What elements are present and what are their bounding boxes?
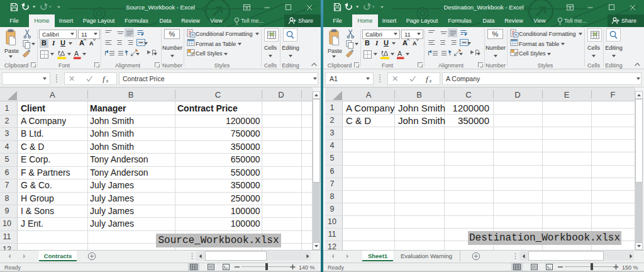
svg-text:x: x [429,77,432,84]
svg-text:x: x [106,77,109,84]
svg-text:A: A [397,50,402,57]
svg-text:A: A [74,50,79,57]
